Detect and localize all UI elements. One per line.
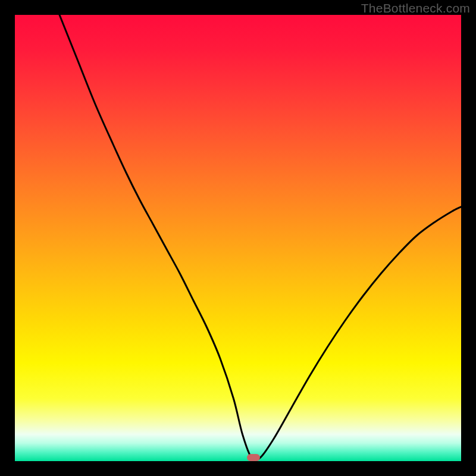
chart-frame: TheBottleneck.com — [0, 0, 476, 476]
minimum-marker — [247, 454, 260, 461]
curve-layer — [15, 15, 461, 461]
bottleneck-curve — [60, 15, 461, 460]
plot-area — [15, 15, 461, 461]
watermark-text: TheBottleneck.com — [361, 1, 470, 15]
